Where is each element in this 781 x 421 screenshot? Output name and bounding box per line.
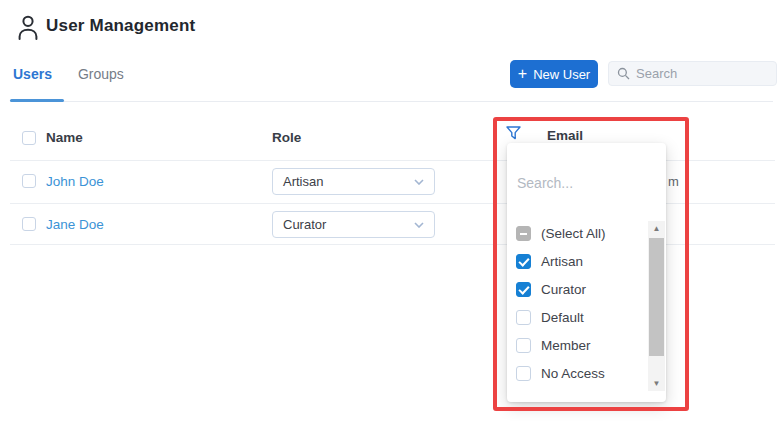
checkbox-unchecked[interactable]: [516, 310, 531, 325]
checkbox-indeterminate[interactable]: [516, 226, 531, 241]
filter-option-default[interactable]: Default: [507, 303, 647, 331]
checkbox-checked[interactable]: [516, 282, 531, 297]
filter-option-label: Member: [541, 338, 591, 353]
column-header-email[interactable]: Email: [547, 128, 583, 143]
page-title: User Management: [46, 16, 195, 36]
filter-option-select-all[interactable]: (Select All): [507, 219, 647, 247]
scrollbar-thumb[interactable]: [649, 238, 664, 356]
row-checkbox[interactable]: [22, 174, 36, 188]
filter-search-input[interactable]: [517, 171, 632, 195]
tab-groups[interactable]: Groups: [78, 66, 124, 82]
email-filter-popup: (Select All) Artisan Curator Default Mem…: [507, 143, 666, 402]
filter-option-curator[interactable]: Curator: [507, 275, 647, 303]
role-select-value: Curator: [283, 217, 326, 232]
tab-users[interactable]: Users: [13, 66, 52, 82]
tabbar-divider: [10, 101, 773, 102]
truncated-email-text: m: [668, 174, 679, 189]
select-all-rows-checkbox[interactable]: [22, 131, 36, 145]
global-search-input[interactable]: [636, 66, 768, 81]
role-select[interactable]: Artisan: [272, 168, 435, 195]
filter-option-no-access[interactable]: No Access: [507, 359, 647, 387]
search-icon: [617, 67, 630, 80]
scroll-down-icon[interactable]: ▼: [648, 376, 665, 391]
filter-icon[interactable]: [506, 126, 521, 140]
column-header-name[interactable]: Name: [46, 130, 83, 145]
filter-option-list: (Select All) Artisan Curator Default Mem…: [507, 219, 647, 387]
filter-option-label: Curator: [541, 282, 586, 297]
filter-option-label: No Access: [541, 366, 605, 381]
column-header-role[interactable]: Role: [272, 130, 301, 145]
filter-option-artisan[interactable]: Artisan: [507, 247, 647, 275]
plus-icon: +: [518, 66, 527, 82]
filter-option-member[interactable]: Member: [507, 331, 647, 359]
filter-list-scrollbar[interactable]: ▲ ▼: [648, 221, 665, 391]
checkbox-checked[interactable]: [516, 254, 531, 269]
new-user-button[interactable]: + New User: [510, 60, 598, 88]
new-user-button-label: New User: [533, 67, 590, 82]
chevron-down-icon: [414, 222, 424, 228]
filter-option-label: Default: [541, 310, 584, 325]
row-checkbox[interactable]: [22, 217, 36, 231]
role-select-value: Artisan: [283, 174, 323, 189]
user-name-link[interactable]: Jane Doe: [46, 217, 104, 232]
filter-option-label: Artisan: [541, 254, 583, 269]
scroll-up-icon[interactable]: ▲: [648, 221, 665, 236]
user-name-link[interactable]: John Doe: [46, 174, 104, 189]
checkbox-unchecked[interactable]: [516, 338, 531, 353]
user-management-icon: [16, 14, 40, 40]
checkbox-unchecked[interactable]: [516, 366, 531, 381]
filter-option-label: (Select All): [541, 226, 606, 241]
chevron-down-icon: [414, 179, 424, 185]
active-tab-underline: [10, 99, 64, 102]
global-search-box[interactable]: [608, 61, 777, 86]
role-select[interactable]: Curator: [272, 211, 435, 238]
tab-bar: Users Groups: [13, 66, 124, 82]
